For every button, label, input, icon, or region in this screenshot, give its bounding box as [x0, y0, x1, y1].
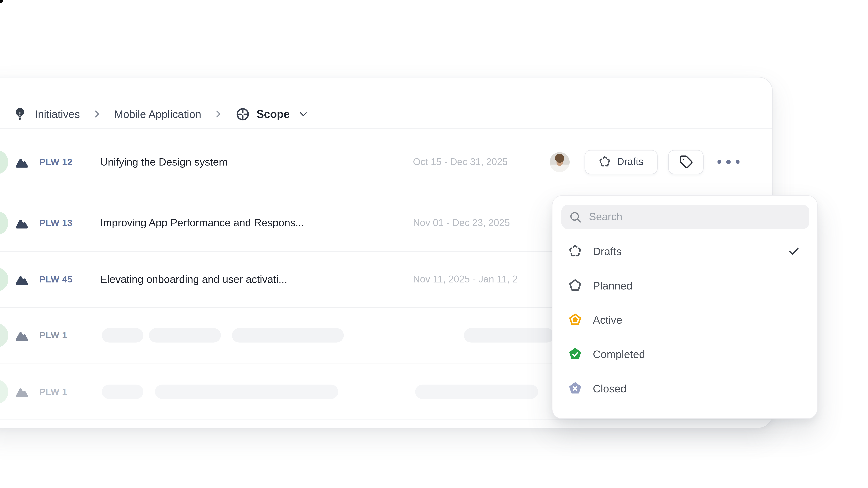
skeleton-pill [155, 384, 338, 399]
active-pentagon-icon [568, 313, 583, 327]
mountain-icon [14, 271, 30, 287]
tag-icon [679, 155, 693, 169]
initiative-id: PLW 13 [39, 218, 72, 228]
mountain-icon [14, 328, 30, 343]
skeleton-pill [232, 328, 344, 343]
lightbulb-icon [14, 107, 26, 121]
mountain-icon [14, 384, 30, 399]
initiative-title[interactable]: Elevating onboarding and user activati..… [100, 273, 287, 285]
progress-circle [0, 150, 8, 174]
initiative-dates[interactable]: Nov 01 - Dec 23, 2025 [413, 217, 510, 229]
assignee-avatar[interactable] [550, 152, 569, 172]
chevron-down-icon[interactable] [298, 108, 309, 120]
progress-circle [0, 211, 8, 235]
skeleton-pill [415, 384, 538, 399]
option-label: Drafts [593, 245, 777, 257]
initiative-id: PLW 12 [39, 157, 72, 167]
option-label: Closed [593, 382, 800, 395]
initiative-title[interactable]: Unifying the Design system [100, 156, 228, 168]
breadcrumb: Initiatives Mobile Application Scope [0, 77, 772, 129]
option-completed[interactable]: Completed [561, 337, 808, 371]
option-label: Completed [593, 348, 800, 361]
initiative-dates[interactable]: Oct 15 - Dec 31, 2025 [413, 156, 508, 168]
chevron-right-icon [213, 109, 223, 119]
corner-artifact [0, 0, 3, 2]
initiative-id: PLW 45 [39, 274, 72, 285]
option-closed[interactable]: Closed [561, 371, 808, 405]
drafts-dashed-pentagon-icon [568, 244, 583, 258]
check-icon [787, 245, 800, 258]
option-drafts[interactable]: Drafts [561, 234, 808, 268]
screen: Initiatives Mobile Application Scope [0, 0, 868, 488]
initiative-title[interactable]: Improving App Performance and Respons... [100, 217, 304, 229]
scope-crosshair-icon [236, 106, 251, 122]
progress-circle [0, 267, 8, 291]
initiative-dates[interactable]: Nov 11, 2025 - Jan 11, 2 [413, 273, 518, 285]
status-button[interactable]: Drafts [585, 150, 658, 174]
option-planned[interactable]: Planned [561, 268, 808, 303]
option-label: Active [593, 314, 800, 326]
initiative-row[interactable]: PLW 12 Unifying the Design system Oct 15… [0, 129, 772, 195]
planned-pentagon-icon [568, 279, 583, 293]
status-button-label: Drafts [617, 156, 644, 168]
labels-button[interactable] [668, 150, 704, 174]
skeleton-pill [102, 328, 144, 343]
closed-pentagon-icon [568, 381, 583, 396]
option-label: Planned [593, 279, 800, 292]
more-options-button[interactable] [716, 150, 741, 174]
mountain-icon [14, 215, 30, 231]
mountain-icon [14, 154, 30, 169]
chevron-right-icon [92, 109, 102, 119]
breadcrumb-view-scope[interactable]: Scope [256, 107, 290, 120]
skeleton-pill [149, 328, 221, 343]
initiative-id: PLW 1 [39, 330, 67, 341]
breadcrumb-project[interactable]: Mobile Application [114, 107, 201, 120]
skeleton-pill [102, 384, 144, 399]
status-dropdown: Drafts Planned Active [552, 195, 817, 419]
drafts-dashed-pentagon-icon [599, 156, 612, 168]
search-input[interactable] [589, 211, 777, 223]
progress-circle [0, 380, 8, 404]
option-active[interactable]: Active [561, 303, 808, 337]
initiative-id: PLW 1 [39, 386, 67, 397]
dropdown-search[interactable] [561, 205, 809, 229]
progress-circle [0, 323, 8, 348]
skeleton-pill [464, 328, 554, 343]
corner-artifact [0, 2, 2, 3]
completed-pentagon-icon [568, 347, 583, 361]
search-icon [569, 210, 582, 223]
breadcrumb-initiatives[interactable]: Initiatives [35, 107, 80, 120]
status-options: Drafts Planned Active [561, 234, 808, 405]
